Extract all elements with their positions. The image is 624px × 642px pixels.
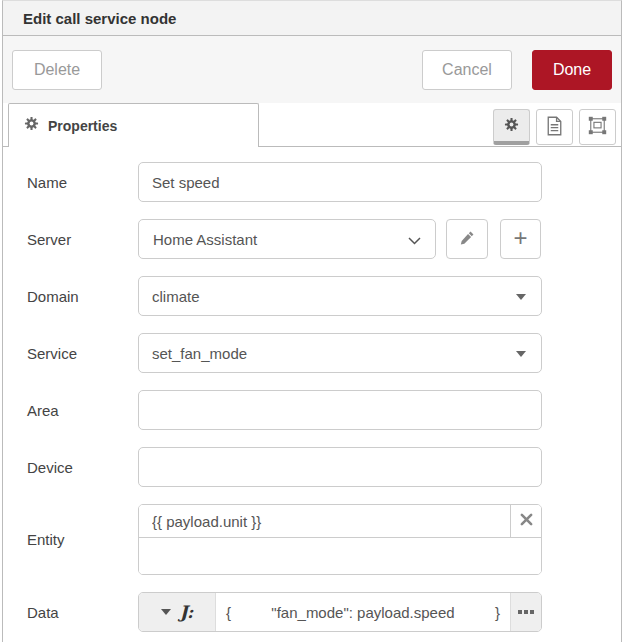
ellipsis-icon [518, 610, 522, 614]
form-row-name: Name [3, 162, 621, 202]
delete-button[interactable]: Delete [12, 50, 102, 90]
domain-label: Domain [3, 288, 138, 305]
device-input[interactable] [138, 447, 542, 487]
caret-down-icon [161, 609, 171, 615]
form-row-entity: Entity [3, 504, 621, 575]
document-icon [546, 116, 563, 139]
description-view-button[interactable] [536, 109, 573, 145]
area-label: Area [3, 402, 138, 419]
entity-list [138, 504, 542, 575]
form-row-domain: Domain [3, 276, 621, 316]
gear-icon [504, 117, 519, 135]
form-row-service: Service [3, 333, 621, 373]
remove-entity-button[interactable] [510, 505, 541, 537]
node-properties-form: Name Server Home Assistant [3, 147, 621, 632]
add-server-button[interactable]: + [500, 219, 541, 259]
entity-new-row [139, 538, 541, 574]
entity-list-item [139, 505, 541, 538]
tab-properties-label: Properties [48, 118, 117, 134]
name-label: Name [3, 174, 138, 191]
form-row-data: Data J: { "fan_mode": payload.speed } [3, 592, 621, 632]
tab-bar: Properties [3, 103, 621, 147]
entity-input[interactable] [139, 505, 510, 537]
cancel-button[interactable]: Cancel [422, 50, 512, 90]
entity-new-input[interactable] [139, 538, 541, 574]
close-icon [520, 513, 533, 529]
data-expression-input[interactable]: { "fan_mode": payload.speed } [216, 593, 510, 631]
entity-label: Entity [3, 531, 138, 548]
tab-properties[interactable]: Properties [8, 103, 259, 147]
service-label: Service [3, 345, 138, 362]
appearance-icon [588, 116, 607, 138]
name-input[interactable] [138, 162, 542, 202]
plus-icon: + [513, 226, 527, 250]
server-select[interactable]: Home Assistant [138, 219, 436, 259]
device-label: Device [3, 459, 138, 476]
toolbar-right-group: Cancel Done [422, 50, 612, 90]
edit-server-button[interactable] [446, 219, 488, 259]
server-label: Server [3, 231, 138, 248]
chevron-down-icon [408, 231, 421, 248]
pencil-icon [459, 229, 476, 249]
data-label: Data [3, 604, 138, 621]
domain-combobox[interactable] [138, 276, 542, 316]
data-typed-input: J: { "fan_mode": payload.speed } [138, 592, 542, 632]
properties-view-button[interactable] [493, 109, 530, 145]
expression-text: "fan_mode": payload.speed [271, 604, 454, 621]
form-row-server: Server Home Assistant [3, 219, 621, 259]
done-button[interactable]: Done [532, 50, 612, 90]
gear-icon [24, 116, 39, 135]
data-type-select[interactable]: J: [139, 593, 216, 631]
edit-node-tray: Edit call service node Delete Cancel Don… [2, 0, 622, 642]
open-brace: { [226, 604, 231, 621]
form-row-area: Area [3, 390, 621, 430]
close-brace: } [495, 604, 500, 621]
expand-expression-button[interactable] [510, 593, 541, 631]
appearance-view-button[interactable] [579, 109, 616, 145]
form-row-device: Device [3, 447, 621, 487]
jsonata-expression-icon: J: [180, 602, 194, 622]
editor-view-buttons [493, 109, 616, 145]
dialog-header: Edit call service node [3, 1, 621, 36]
dialog-title: Edit call service node [23, 10, 176, 27]
server-select-value: Home Assistant [153, 231, 257, 248]
dialog-toolbar: Delete Cancel Done [3, 36, 621, 103]
service-combobox[interactable] [138, 333, 542, 373]
area-input[interactable] [138, 390, 542, 430]
